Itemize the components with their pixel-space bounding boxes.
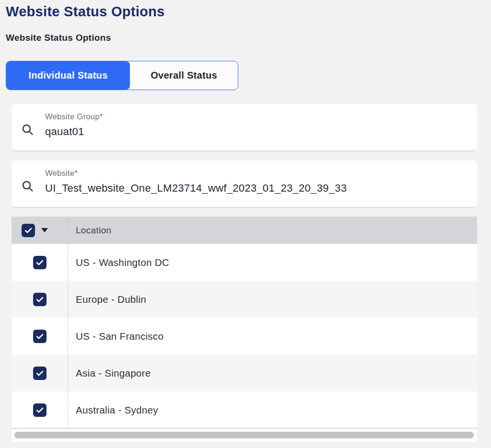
website-label: Website*: [45, 169, 78, 178]
status-tab-group: Individual Status Overall Status: [6, 61, 238, 90]
table-row: US - San Francisco: [12, 318, 477, 355]
page-subtitle: Website Status Options: [6, 33, 111, 43]
row-checkbox[interactable]: [33, 256, 47, 269]
horizontal-scrollbar-track: [12, 429, 477, 442]
location-header-cell: Location: [68, 217, 477, 244]
checkmark-icon: [35, 258, 45, 267]
search-icon: [21, 123, 34, 136]
row-checkbox-cell: [12, 355, 68, 391]
page-title: Website Status Options: [6, 4, 165, 20]
table-row: Australia - Sydney: [12, 391, 477, 428]
location-label: US - San Francisco: [76, 331, 164, 342]
select-all-checkbox[interactable]: [22, 224, 35, 237]
search-icon: [21, 180, 34, 193]
row-checkbox[interactable]: [33, 403, 47, 417]
website-field[interactable]: Website* UI_Test_website_One_LM23714_wwf…: [12, 161, 477, 208]
row-checkbox-cell: [12, 244, 68, 281]
location-label: Australia - Sydney: [76, 404, 158, 416]
website-group-field[interactable]: Website Group* qauat01: [12, 104, 477, 151]
location-cell: US - San Francisco: [68, 318, 477, 355]
tab-overall-status[interactable]: Overall Status: [130, 61, 238, 90]
location-label: Europe - Dublin: [76, 294, 146, 305]
location-label: Asia - Singapore: [76, 368, 151, 379]
location-column-header: Location: [76, 225, 111, 236]
select-all-caret-icon[interactable]: [41, 228, 48, 232]
checkmark-icon: [23, 226, 33, 235]
checkmark-icon: [35, 368, 45, 378]
tab-overall-status-label: Overall Status: [151, 70, 217, 81]
select-all-cell: [12, 217, 68, 244]
location-cell: Asia - Singapore: [68, 355, 477, 391]
website-status-options-page: Website Status Options Website Status Op…: [0, 0, 491, 448]
location-cell: US - Washington DC: [68, 244, 477, 281]
row-checkbox[interactable]: [33, 293, 47, 306]
table-row: US - Washington DC: [12, 244, 477, 281]
table-row: Europe - Dublin: [12, 281, 477, 318]
row-checkbox-cell: [12, 281, 68, 318]
tab-individual-status[interactable]: Individual Status: [6, 61, 130, 90]
location-cell: Europe - Dublin: [68, 281, 477, 318]
location-label: US - Washington DC: [76, 257, 169, 268]
row-checkbox-cell: [12, 391, 68, 428]
row-checkbox[interactable]: [33, 367, 47, 380]
checkmark-icon: [35, 332, 45, 341]
website-value: UI_Test_website_One_LM23714_wwf_2023_01_…: [45, 182, 347, 195]
row-checkbox-cell: [12, 318, 68, 355]
tab-individual-status-label: Individual Status: [28, 70, 107, 81]
checkmark-icon: [35, 295, 45, 304]
table-row: Asia - Singapore: [12, 355, 477, 391]
website-group-label: Website Group*: [45, 112, 103, 121]
checkmark-icon: [35, 405, 45, 415]
website-group-value: qauat01: [45, 126, 84, 138]
row-checkbox[interactable]: [33, 330, 47, 343]
locations-table-header: Location: [12, 217, 477, 244]
horizontal-scrollbar-thumb[interactable]: [14, 432, 474, 438]
locations-table: Location US - Washington DC: [12, 217, 477, 428]
location-cell: Australia - Sydney: [68, 391, 477, 428]
